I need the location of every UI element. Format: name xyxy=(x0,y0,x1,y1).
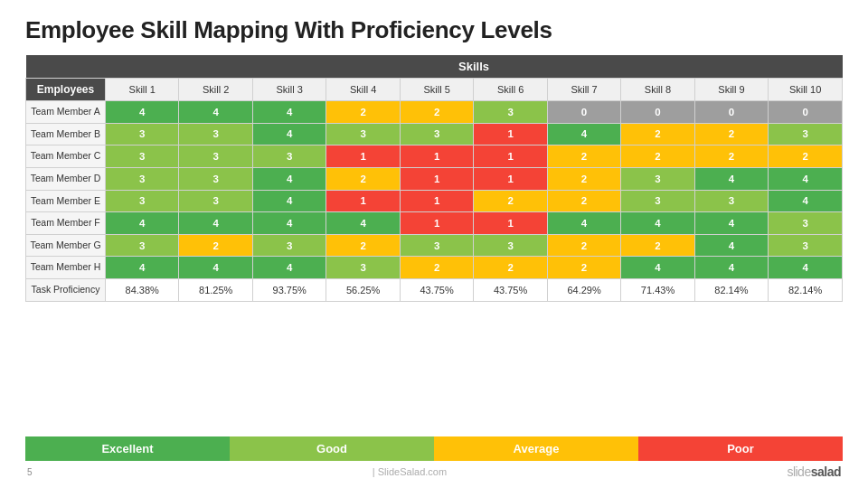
skill-cell: 4 xyxy=(694,234,768,257)
skill-cell: 4 xyxy=(106,101,179,124)
skill-cell: 3 xyxy=(106,123,179,145)
skill-cell: 1 xyxy=(474,145,547,168)
skill-cell: 4 xyxy=(547,123,620,145)
skill-cell: 2 xyxy=(621,123,694,145)
employee-name: Team Member E xyxy=(26,190,106,212)
skill-cell: 4 xyxy=(179,101,252,124)
skill-cell: 3 xyxy=(769,212,843,235)
table-row: Team Member A4442230000 xyxy=(26,101,843,124)
skill-cell: 4 xyxy=(106,257,179,279)
skill-cell: 4 xyxy=(252,167,326,190)
proficiency-val-1: 84.38% xyxy=(106,279,179,302)
employees-header-top xyxy=(26,55,106,79)
legend-poor: Poor xyxy=(638,436,843,461)
skill-names-row: Employees Skill 1 Skill 2 Skill 3 Skill … xyxy=(26,79,843,101)
proficiency-val-9: 82.14% xyxy=(694,279,768,302)
skill-cell: 3 xyxy=(179,145,252,168)
legend-good: Good xyxy=(230,436,434,461)
skill-cell: 2 xyxy=(326,234,400,257)
skill-cell: 2 xyxy=(474,257,547,279)
skills-group-header: Skills xyxy=(106,55,843,79)
skill-col-1: Skill 1 xyxy=(106,79,179,101)
footer-page-number: 5 xyxy=(27,467,33,477)
table-wrapper: Skills Employees Skill 1 Skill 2 Skill 3… xyxy=(25,55,843,429)
skill-cell: 4 xyxy=(326,212,400,235)
skill-cell: 4 xyxy=(252,257,326,279)
skill-cell: 0 xyxy=(694,101,768,124)
skill-cell: 1 xyxy=(474,167,547,190)
skill-cell: 4 xyxy=(179,257,252,279)
table-row: Team Member F4444114443 xyxy=(26,212,843,235)
skill-cell: 1 xyxy=(326,190,400,212)
skill-mapping-table: Skills Employees Skill 1 Skill 2 Skill 3… xyxy=(25,55,843,302)
skill-col-7: Skill 7 xyxy=(547,79,620,101)
skill-cell: 4 xyxy=(106,212,179,235)
skill-cell: 4 xyxy=(252,212,326,235)
proficiency-val-5: 43.75% xyxy=(400,279,473,302)
skill-col-2: Skill 2 xyxy=(179,79,252,101)
footer-website: | SlideSalad.com xyxy=(373,466,447,477)
skill-cell: 1 xyxy=(474,212,547,235)
skill-col-10: Skill 10 xyxy=(769,79,843,101)
skill-cell: 1 xyxy=(400,145,473,168)
skill-cell: 1 xyxy=(474,123,547,145)
skill-cell: 3 xyxy=(769,234,843,257)
footer-brand: slidesalad xyxy=(787,465,841,479)
skill-cell: 1 xyxy=(400,212,473,235)
skill-col-5: Skill 5 xyxy=(400,79,473,101)
skill-cell: 3 xyxy=(179,123,252,145)
employee-name: Team Member B xyxy=(26,123,106,145)
skill-cell: 2 xyxy=(326,167,400,190)
skill-cell: 3 xyxy=(474,234,547,257)
skill-cell: 3 xyxy=(106,145,179,168)
skill-cell: 3 xyxy=(474,101,547,124)
skill-col-4: Skill 4 xyxy=(326,79,400,101)
skill-cell: 0 xyxy=(769,101,843,124)
proficiency-val-4: 56.25% xyxy=(326,279,400,302)
skill-cell: 3 xyxy=(400,234,473,257)
skill-cell: 3 xyxy=(621,190,694,212)
skill-cell: 2 xyxy=(621,145,694,168)
slide-container: Employee Skill Mapping With Proficiency … xyxy=(0,0,868,488)
proficiency-val-6: 43.75% xyxy=(474,279,547,302)
skill-cell: 2 xyxy=(326,101,400,124)
skill-cell: 2 xyxy=(769,145,843,168)
table-row: Team Member G3232332243 xyxy=(26,234,843,257)
skill-cell: 0 xyxy=(547,101,620,124)
skill-col-8: Skill 8 xyxy=(621,79,694,101)
employee-name: Team Member F xyxy=(26,212,106,235)
legend-excellent: Excellent xyxy=(25,436,230,461)
employee-name: Team Member A xyxy=(26,101,106,124)
skill-cell: 3 xyxy=(252,145,326,168)
skill-cell: 2 xyxy=(547,190,620,212)
slide-title: Employee Skill Mapping With Proficiency … xyxy=(25,16,843,44)
proficiency-val-10: 82.14% xyxy=(769,279,843,302)
skill-cell: 4 xyxy=(547,212,620,235)
table-row: Team Member D3342112344 xyxy=(26,167,843,190)
skill-cell: 1 xyxy=(400,167,473,190)
skill-cell: 2 xyxy=(547,167,620,190)
skill-col-6: Skill 6 xyxy=(474,79,547,101)
proficiency-val-8: 71.43% xyxy=(621,279,694,302)
skills-header-row: Skills xyxy=(26,55,843,79)
legend-average: Average xyxy=(434,436,638,461)
skill-cell: 2 xyxy=(400,257,473,279)
skill-cell: 4 xyxy=(694,167,768,190)
skill-cell: 3 xyxy=(106,234,179,257)
legend: Excellent Good Average Poor xyxy=(25,436,843,461)
skill-cell: 4 xyxy=(621,212,694,235)
skill-cell: 4 xyxy=(621,257,694,279)
proficiency-label: Task Proficiency xyxy=(26,279,106,302)
proficiency-val-3: 93.75% xyxy=(252,279,326,302)
table-row: Team Member H4443222444 xyxy=(26,257,843,279)
skill-col-3: Skill 3 xyxy=(252,79,326,101)
skill-cell: 3 xyxy=(252,234,326,257)
skill-cell: 2 xyxy=(547,234,620,257)
skill-cell: 3 xyxy=(326,123,400,145)
skill-cell: 3 xyxy=(621,167,694,190)
employee-name: Team Member C xyxy=(26,145,106,168)
employee-name: Team Member G xyxy=(26,234,106,257)
proficiency-val-2: 81.25% xyxy=(179,279,252,302)
employee-name: Team Member H xyxy=(26,257,106,279)
skill-cell: 3 xyxy=(769,123,843,145)
